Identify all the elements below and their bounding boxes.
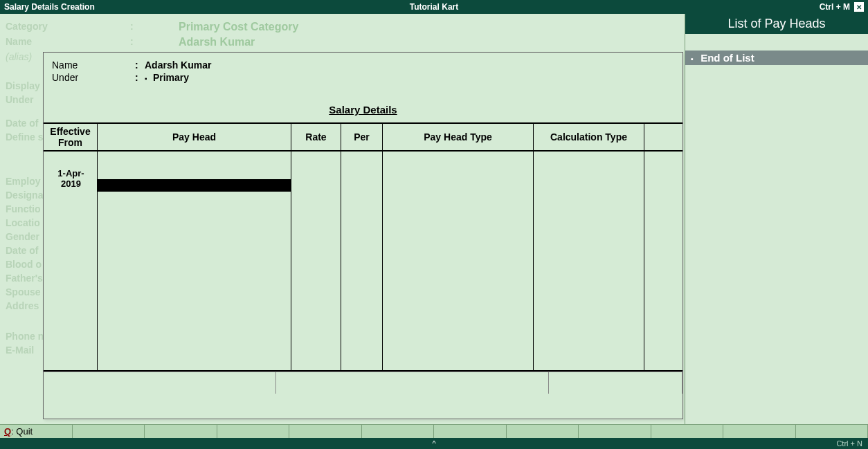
footer-cell-1 bbox=[44, 372, 276, 394]
marker-icon: ▪ bbox=[145, 75, 150, 82]
list-marker-icon: ▪ bbox=[691, 55, 698, 63]
modal-under-label: Under bbox=[52, 72, 135, 83]
bg-category-label: Category bbox=[6, 21, 130, 33]
end-of-list-item[interactable]: ▪ End of List bbox=[685, 51, 868, 65]
button-slot-3[interactable] bbox=[145, 425, 217, 438]
panel-spacer bbox=[685, 34, 868, 51]
button-slot-12[interactable] bbox=[796, 425, 869, 438]
modal-name-value: Adarsh Kumar bbox=[145, 59, 211, 71]
title-bar: Salary Details Creation Tutorial Kart Ct… bbox=[0, 0, 868, 14]
modal-title: Salary Details bbox=[44, 104, 682, 116]
col-pay-head: Pay Head bbox=[98, 124, 291, 150]
end-of-list-label: End of List bbox=[700, 52, 754, 64]
status-bar: ^ Ctrl + N bbox=[0, 438, 868, 449]
chevron-up-icon[interactable]: ^ bbox=[432, 439, 435, 448]
col-pay-head-type: Pay Head Type bbox=[383, 124, 534, 150]
bg-category-value: Primary Cost Category bbox=[179, 21, 298, 33]
cell-pay-head-type[interactable] bbox=[383, 152, 534, 370]
col-per: Per bbox=[341, 124, 383, 150]
button-slot-4[interactable] bbox=[217, 425, 290, 438]
title-center: Tutorial Kart bbox=[410, 2, 458, 12]
close-icon[interactable]: ✕ bbox=[854, 2, 864, 12]
button-slot-11[interactable] bbox=[723, 425, 796, 438]
quit-button[interactable]: Q: Quit bbox=[0, 425, 73, 438]
button-slot-9[interactable] bbox=[579, 425, 651, 438]
button-slot-6[interactable] bbox=[362, 425, 435, 438]
button-bar: Q: Quit bbox=[0, 424, 868, 438]
footer-cell-3 bbox=[549, 372, 682, 394]
button-slot-5[interactable] bbox=[289, 425, 362, 438]
button-slot-7[interactable] bbox=[434, 425, 507, 438]
modal-under-value: Primary bbox=[153, 72, 189, 83]
col-calculation-type: Calculation Type bbox=[534, 124, 644, 150]
col-spacer bbox=[644, 124, 682, 150]
footer-cell-2 bbox=[276, 372, 549, 394]
salary-details-modal: Name : Adarsh Kumar Under : ▪ Primary Sa… bbox=[43, 52, 683, 419]
bg-name-value: Adarsh Kumar bbox=[179, 36, 255, 48]
col-rate: Rate bbox=[291, 124, 341, 150]
modal-header: Name : Adarsh Kumar Under : ▪ Primary bbox=[44, 53, 682, 87]
cell-effective-from[interactable]: 1-Apr-2019 bbox=[44, 152, 98, 370]
pay-heads-title: List of Pay Heads bbox=[685, 14, 868, 34]
cell-spacer bbox=[644, 152, 682, 370]
cell-rate[interactable] bbox=[291, 152, 341, 370]
quit-hotkey: Q bbox=[4, 426, 11, 437]
salary-table: Effective From Pay Head Rate Per Pay Hea… bbox=[44, 122, 682, 372]
pay-head-input[interactable] bbox=[98, 179, 291, 192]
effective-date-value: 1-Apr-2019 bbox=[46, 153, 94, 189]
title-shortcut: Ctrl + M bbox=[820, 2, 850, 12]
statusbar-shortcut: Ctrl + N bbox=[836, 439, 862, 448]
col-effective-from: Effective From bbox=[44, 124, 98, 150]
button-slot-2[interactable] bbox=[73, 425, 145, 438]
table-body: 1-Apr-2019 bbox=[44, 152, 682, 370]
button-slot-10[interactable] bbox=[651, 425, 724, 438]
main-area: Category : Primary Cost Category Name : … bbox=[0, 14, 868, 424]
cell-per[interactable] bbox=[341, 152, 383, 370]
list-of-pay-heads-panel: List of Pay Heads ▪ End of List bbox=[685, 14, 868, 424]
bg-name-label: Name bbox=[6, 36, 130, 48]
cell-calculation-type[interactable] bbox=[534, 152, 644, 370]
button-slot-8[interactable] bbox=[507, 425, 579, 438]
table-header-row: Effective From Pay Head Rate Per Pay Hea… bbox=[44, 124, 682, 152]
modal-footer bbox=[44, 372, 682, 394]
title-left: Salary Details Creation bbox=[4, 2, 95, 12]
modal-name-label: Name bbox=[52, 59, 135, 71]
quit-label: : Quit bbox=[11, 426, 33, 437]
cell-pay-head[interactable] bbox=[98, 152, 291, 370]
